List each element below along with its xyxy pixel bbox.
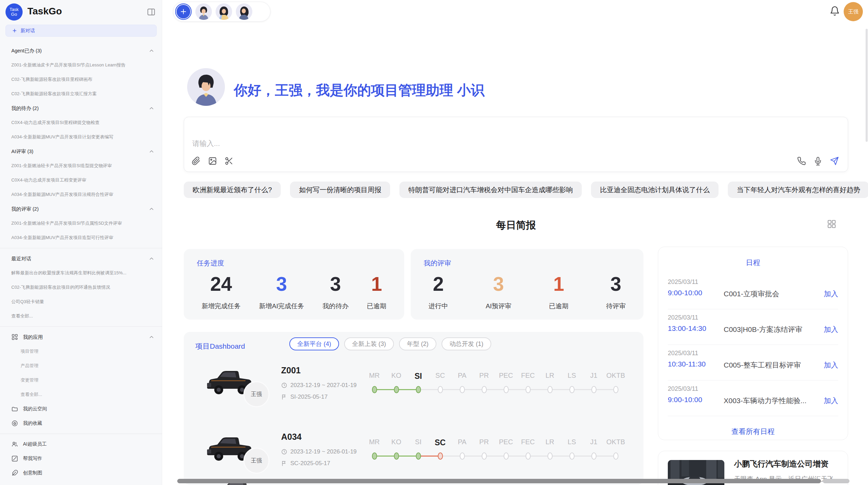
milestone-dot[interactable] (482, 452, 487, 460)
event-join-link[interactable]: 加入 (824, 289, 838, 299)
milestone-dot[interactable] (372, 386, 377, 393)
microphone-icon[interactable] (813, 157, 822, 165)
suggestion-chip[interactable]: 如何写一份清晰的项目周报 (290, 182, 390, 198)
sidebar-link-label: 我的收藏 (23, 420, 42, 426)
milestone-dot[interactable] (547, 386, 553, 393)
voice-call-icon[interactable] (797, 157, 806, 165)
vertical-scrollbar[interactable] (866, 29, 868, 142)
app-item[interactable]: 产品管理 (0, 359, 162, 373)
agent-avatar-2[interactable] (216, 3, 232, 20)
dashboard-tab[interactable]: 全新上装 (3) (344, 337, 394, 350)
dashboard-tab[interactable]: 全新平台 (4) (289, 337, 339, 350)
milestone-label: OKTB (605, 438, 627, 446)
sidebar-tool-item[interactable]: AI超级员工 (0, 437, 162, 451)
sidebar-task-item[interactable]: A034-全新新能源MUV产品开发项目造型可行性评审 (0, 231, 162, 245)
recent-chat-item[interactable]: 解释最新出台的欧盟报废车法规再生塑料比例被调至15%... (0, 266, 162, 280)
suggestion-chip[interactable]: 欧洲新规最近颁布了什么? (184, 182, 281, 198)
agent-avatar-3[interactable] (236, 3, 252, 20)
app-item[interactable]: 变更管理 (0, 373, 162, 387)
event-join-link[interactable]: 加入 (824, 360, 838, 370)
milestone-dot[interactable] (591, 452, 596, 460)
project-node: SI-2025-05-17 (290, 394, 328, 400)
send-icon[interactable] (830, 157, 839, 165)
suggestion-chip[interactable]: 当下年轻人对汽车外观有怎样的喜好趋势 (728, 182, 868, 198)
event-join-link[interactable]: 加入 (824, 325, 838, 334)
milestone-dot[interactable] (613, 452, 618, 460)
milestone-dot[interactable] (372, 452, 377, 460)
apps-view-all-link[interactable]: 查看全部... (0, 387, 162, 402)
sidebar-item-folder[interactable]: 我的云空间 (0, 402, 162, 416)
sidebar-task-item[interactable]: A034-全新新能源MUV产品开发项目计划变更表编写 (0, 130, 162, 144)
sidebar-task-item[interactable]: Z001-全新燃油皮卡产品开发项目SI节点Lesson Learn报告 (0, 58, 162, 72)
milestone-dot[interactable] (526, 452, 531, 460)
attachment-icon[interactable] (192, 157, 201, 165)
logo-line1: Task (10, 7, 19, 12)
sidebar-tool-item[interactable]: 帮我写作 (0, 451, 162, 466)
milestone-dot[interactable] (416, 386, 421, 393)
milestone-dot[interactable] (460, 386, 465, 393)
layout-grid-icon[interactable] (827, 219, 836, 229)
milestone-dot[interactable] (569, 386, 575, 393)
suggestion-chip[interactable]: 特朗普可能对进口汽车增税会对中国车企造成哪些影响 (399, 182, 582, 198)
milestone-dot[interactable] (547, 452, 553, 460)
sidebar-tool-label: 创意制图 (23, 470, 42, 476)
sidebar-section-header[interactable]: AI评审 (3) (0, 144, 162, 159)
dashboard-tab[interactable]: 动总开发 (1) (442, 337, 491, 350)
milestone-dot[interactable] (438, 452, 443, 460)
event-join-link[interactable]: 加入 (824, 396, 838, 406)
milestone-dot[interactable] (526, 386, 531, 393)
milestone-alert-segment (418, 456, 440, 457)
milestone-dot[interactable] (504, 452, 509, 460)
milestone-dot[interactable] (394, 452, 399, 460)
sidebar-section-header[interactable]: Agent已办 (3) (0, 43, 162, 58)
view-all-schedule-link[interactable]: 查看所有日程 (658, 427, 848, 436)
milestone-dot[interactable] (394, 386, 399, 393)
milestone-dot[interactable] (482, 386, 487, 393)
milestone-dot[interactable] (591, 386, 596, 393)
recent-chat-item[interactable]: 公司Q3轻卡销量 (0, 295, 162, 309)
milestone-dot[interactable] (460, 452, 465, 460)
milestone-dot[interactable] (569, 452, 575, 460)
new-chat-button[interactable]: 新对话 (5, 25, 157, 37)
agent-avatar-1[interactable] (195, 3, 212, 20)
my-apps-header[interactable]: 我的应用 (0, 330, 162, 344)
stat-value: 24 (210, 274, 232, 294)
chevron-up-icon (148, 206, 155, 212)
stat-label: 我的待办 (323, 302, 349, 311)
scissors-icon[interactable] (225, 157, 233, 165)
sidebar-task-item[interactable]: C0X4-动力总成开发项目SI里程碑提交物检查 (0, 115, 162, 130)
user-avatar[interactable]: 王强 (844, 2, 863, 21)
milestone-dot[interactable] (504, 386, 509, 393)
app-item[interactable]: 项目管理 (0, 344, 162, 359)
sidebar-item-star[interactable]: 我的收藏 (0, 416, 162, 431)
add-agent-button[interactable] (175, 3, 192, 20)
horizontal-scrollbar-track[interactable] (823, 479, 849, 483)
sidebar-task-item[interactable]: Z001-全新燃油轻卡产品开发项目SI造型提交物评审 (0, 159, 162, 173)
recent-chat-item[interactable]: C02-飞腾新能源轻客改款项目的闭环通告反馈情况 (0, 280, 162, 295)
sidebar-task-item[interactable]: C0X4-动力总成开发项目工程变更评审 (0, 173, 162, 187)
recent-chats-header[interactable]: 最近对话 (0, 251, 162, 266)
stat-card-title: 任务进度 (197, 259, 224, 268)
image-upload-icon[interactable] (208, 157, 217, 165)
horizontal-scrollbar[interactable] (177, 479, 821, 483)
notification-bell-icon[interactable] (830, 6, 840, 16)
stat-row: 24新增完成任务3新增AI完成任务3我的待办1已逾期 (184, 274, 404, 311)
event-divider (668, 309, 838, 309)
sidebar-task-item[interactable]: C02-飞腾新能源轻客改款项目立项汇报方案 (0, 87, 162, 101)
milestone-dot[interactable] (416, 452, 421, 460)
sidebar-task-item[interactable]: A034-全新新能源MUV产品开发项目法规符合性评审 (0, 187, 162, 202)
sidebar-task-item[interactable]: Z001-全新燃油轻卡产品开发项目SI节点属性5D文件评审 (0, 216, 162, 231)
app-logo: Task Go (5, 3, 23, 21)
sidebar-section-header[interactable]: 我的评审 (2) (0, 202, 162, 216)
dashboard-tab[interactable]: 年型 (2) (399, 337, 436, 350)
milestone-dot[interactable] (613, 386, 618, 393)
sidebar-tool-item[interactable]: 创意制图 (0, 466, 162, 480)
suggestion-chip[interactable]: 比亚迪全固态电池计划具体说了什么 (591, 182, 719, 198)
recent-view-all-link[interactable]: 查看全部... (0, 309, 162, 323)
recent-chats-header-label: 最近对话 (11, 256, 31, 262)
chat-input-box[interactable]: 请输入... (184, 117, 848, 172)
sidebar-section-header[interactable]: 我的待办 (2) (0, 101, 162, 115)
collapse-sidebar-icon[interactable] (147, 8, 156, 16)
milestone-dot[interactable] (438, 386, 443, 393)
sidebar-task-item[interactable]: C02-飞腾新能源轻客改款项目里程碑画布 (0, 72, 162, 87)
